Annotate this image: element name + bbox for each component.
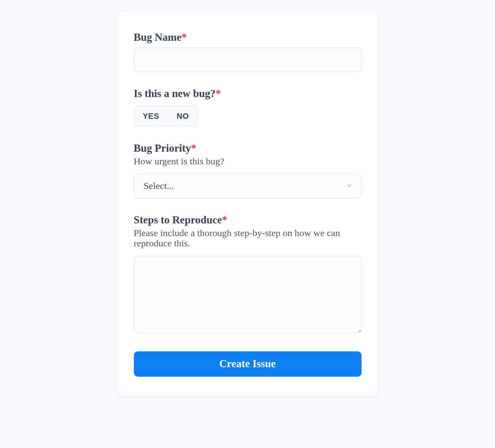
required-star: * (222, 214, 228, 226)
bug-name-label-text: Bug Name (134, 31, 182, 43)
bug-name-field: Bug Name* (134, 31, 362, 72)
priority-select-placeholder: Select... (144, 181, 174, 191)
create-issue-button[interactable]: Create Issue (134, 351, 362, 377)
new-bug-label: Is this a new bug?* (134, 87, 362, 100)
bug-name-input[interactable] (134, 48, 362, 72)
required-star: * (181, 31, 187, 43)
priority-label-text: Bug Priority (134, 142, 191, 154)
steps-label-text: Steps to Reproduce (134, 214, 222, 226)
steps-textarea[interactable] (134, 256, 362, 333)
new-bug-toggle-group: YES NO (134, 106, 198, 127)
priority-select-wrapper: Select... (134, 174, 362, 198)
new-bug-label-text: Is this a new bug? (134, 88, 216, 99)
chevron-down-icon (346, 185, 352, 188)
steps-label: Steps to Reproduce* (134, 214, 362, 226)
steps-sublabel: Please include a thorough step-by-step o… (134, 228, 362, 249)
new-bug-no-button[interactable]: NO (168, 106, 198, 126)
steps-field: Steps to Reproduce* Please include a tho… (134, 214, 362, 335)
new-bug-yes-button[interactable]: YES (134, 106, 168, 126)
bug-name-label: Bug Name* (134, 31, 362, 44)
priority-sublabel: How urgent is this bug? (134, 156, 362, 166)
priority-field: Bug Priority* How urgent is this bug? Se… (134, 142, 362, 198)
required-star: * (191, 142, 196, 154)
required-star: * (216, 88, 221, 99)
bug-form-card: Bug Name* Is this a new bug?* YES NO Bug… (118, 12, 377, 396)
new-bug-field: Is this a new bug?* YES NO (134, 87, 362, 126)
priority-select[interactable]: Select... (134, 174, 362, 198)
priority-label: Bug Priority* (134, 142, 362, 154)
